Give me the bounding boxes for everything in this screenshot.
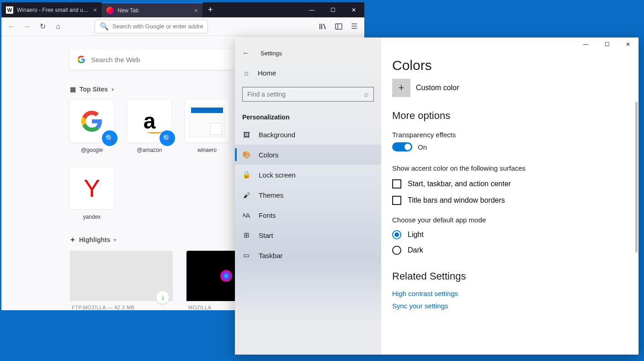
checkbox-label: Start, taskbar, and action center: [408, 180, 511, 188]
browser-tab-active[interactable]: New Tab ×: [102, 2, 202, 17]
nav-colors[interactable]: 🎨 Colors: [235, 145, 381, 165]
radio-icon: [392, 230, 401, 239]
reload-button[interactable]: ↻: [36, 20, 49, 33]
close-window-button[interactable]: ✕: [343, 2, 364, 17]
nav-label: Taskbar: [259, 252, 283, 259]
tab-title: Winaero - Free small and usef...: [17, 7, 90, 13]
search-badge-icon: 🔍: [160, 130, 175, 146]
close-tab-icon[interactable]: ×: [194, 7, 198, 14]
nav-taskbar[interactable]: ▭ Taskbar: [235, 245, 381, 265]
checkbox-label: Title bars and window borders: [408, 196, 505, 205]
chevron-down-icon: ▾: [114, 237, 116, 242]
custom-color-button[interactable]: +: [392, 79, 410, 97]
favicon-winaero: W: [6, 6, 13, 14]
search-icon: ⌕: [364, 90, 369, 98]
tile-label: yandex: [70, 214, 114, 220]
picture-icon: 🖼: [242, 130, 250, 139]
highlight-caption: FTP.MOZILLA — 42.3 MB: [70, 301, 173, 310]
radio-label: Dark: [408, 246, 423, 254]
window-controls: — ☐ ✕: [301, 2, 364, 17]
transparency-label: Transparency effects: [392, 131, 628, 139]
yandex-logo-icon: Y: [84, 174, 100, 202]
app-menu-button[interactable]: ☰: [348, 20, 361, 33]
top-site-yandex[interactable]: Y yandex: [70, 167, 114, 220]
related-settings-heading: Related Settings: [392, 270, 628, 282]
sparkle-icon: ✦: [70, 236, 75, 243]
app-mode-label: Choose your default app mode: [392, 216, 628, 224]
top-site-winaero[interactable]: winaero: [185, 100, 229, 153]
home-icon: ⌂: [242, 69, 250, 77]
download-icon: ↓: [156, 291, 169, 304]
font-icon: AA: [242, 211, 250, 219]
firefox-nightly-icon: [219, 269, 233, 283]
svg-rect-0: [335, 24, 342, 29]
radio-label: Light: [408, 231, 424, 239]
settings-title: Settings: [261, 50, 282, 57]
settings-search[interactable]: ⌕: [242, 87, 374, 102]
back-button[interactable]: ←: [242, 49, 250, 57]
tab-title: New Tab: [117, 7, 191, 14]
settings-home-link[interactable]: ⌂ Home: [235, 64, 381, 81]
home-button[interactable]: ⌂: [52, 20, 64, 33]
checkbox-icon: [392, 196, 401, 205]
url-bar[interactable]: 🔍: [95, 20, 208, 33]
accent-surfaces-label: Show accent color on the following surfa…: [392, 164, 628, 172]
toggle-state-label: On: [418, 143, 427, 151]
browser-tab-inactive[interactable]: W Winaero - Free small and usef... ×: [1, 2, 102, 17]
home-label: Home: [258, 69, 276, 77]
nav-lockscreen[interactable]: 🔒 Lock screen: [235, 165, 381, 185]
maximize-button[interactable]: ☐: [322, 2, 343, 17]
sidebar-button[interactable]: [332, 20, 345, 33]
high-contrast-link[interactable]: High contrast settings: [392, 290, 628, 297]
svg-point-2: [220, 270, 232, 282]
sync-settings-link[interactable]: Sync your settings: [392, 302, 628, 310]
settings-window: ← Settings ⌂ Home ⌕ Personalization 🖼 Ba…: [235, 38, 639, 355]
firefox-titlebar: W Winaero - Free small and usef... × New…: [1, 2, 364, 17]
top-site-amazon[interactable]: a 🔍 @amazon: [128, 100, 171, 153]
highlights-label: Highlights: [79, 236, 110, 243]
checkbox-icon: [392, 179, 401, 189]
radio-light[interactable]: Light: [392, 230, 628, 239]
back-button[interactable]: ←: [5, 20, 18, 33]
settings-content: — ☐ ✕ Colors + Custom color More options…: [381, 38, 639, 355]
search-icon: 🔍: [100, 22, 109, 31]
nav-label: Themes: [259, 191, 283, 199]
close-window-button[interactable]: ✕: [617, 38, 639, 51]
radio-icon: [392, 246, 401, 255]
nav-themes[interactable]: 🖌 Themes: [235, 185, 381, 205]
highlight-card[interactable]: ↓ FTP.MOZILLA — 42.3 MB: [70, 251, 173, 310]
nav-start[interactable]: ⊞ Start: [235, 225, 381, 245]
new-tab-button[interactable]: +: [202, 2, 218, 17]
amazon-logo-icon: a: [144, 113, 156, 129]
close-tab-icon[interactable]: ×: [93, 6, 97, 14]
checkbox-start-taskbar[interactable]: Start, taskbar, and action center: [392, 179, 628, 189]
more-options-heading: More options: [392, 110, 628, 122]
transparency-toggle-row: On: [392, 142, 628, 151]
top-site-google[interactable]: 🔍 @google: [70, 100, 114, 153]
nav-label: Background: [259, 131, 295, 139]
taskbar-icon: ▭: [242, 251, 250, 259]
nav-label: Lock screen: [259, 171, 296, 179]
url-input[interactable]: [112, 23, 203, 30]
forward-button[interactable]: →: [21, 20, 33, 33]
transparency-toggle[interactable]: [392, 142, 412, 151]
library-button[interactable]: [317, 20, 330, 33]
checkbox-titlebars[interactable]: Title bars and window borders: [392, 196, 628, 205]
minimize-button[interactable]: —: [301, 2, 322, 17]
firefox-toolbar: ← → ↻ ⌂ 🔍 ☰: [1, 17, 364, 36]
palette-icon: 🎨: [242, 151, 250, 159]
nav-background[interactable]: 🖼 Background: [235, 124, 381, 145]
nav-fonts[interactable]: AA Fonts: [235, 205, 381, 225]
minimize-button[interactable]: —: [575, 38, 596, 51]
radio-dark[interactable]: Dark: [392, 246, 628, 255]
maximize-button[interactable]: ☐: [596, 38, 617, 51]
google-logo-icon: [80, 110, 103, 133]
firefox-favicon-icon: [106, 7, 114, 14]
settings-search-input[interactable]: [247, 91, 364, 98]
scrollbar[interactable]: [635, 102, 638, 253]
custom-color-row: + Custom color: [392, 79, 628, 97]
brush-icon: 🖌: [242, 191, 250, 199]
lock-icon: 🔒: [242, 171, 250, 179]
settings-category-label: Personalization: [235, 107, 381, 124]
start-icon: ⊞: [242, 231, 250, 239]
